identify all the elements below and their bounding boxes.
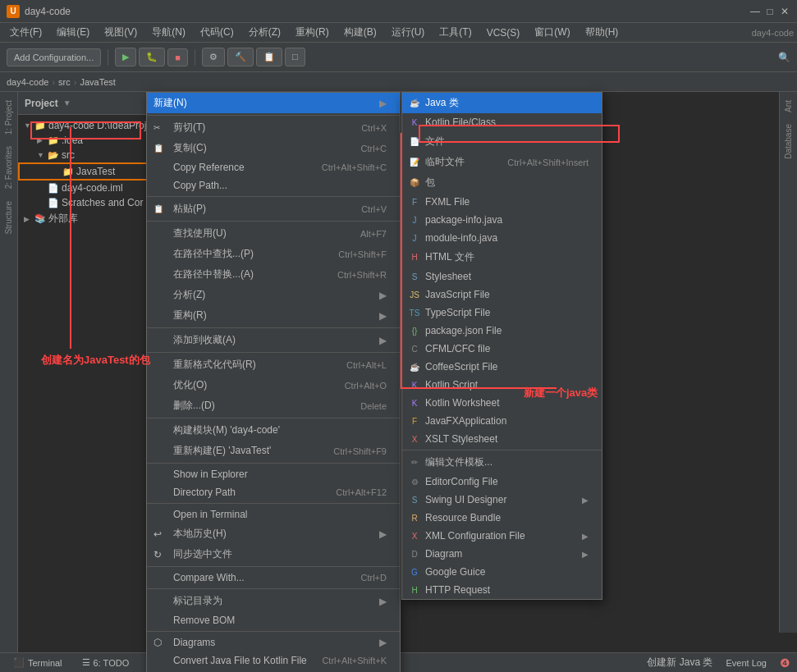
run-button[interactable]: ▶	[115, 48, 136, 66]
ctx-compare[interactable]: Compare With... Ctrl+D	[147, 569, 400, 587]
sub-xml-config[interactable]: X XML Configuration File ▶	[402, 527, 602, 545]
js-icon: JS	[409, 289, 420, 300]
maximize-button[interactable]: □	[764, 6, 776, 17]
menu-vcs[interactable]: VCS(S)	[480, 25, 527, 40]
toolbar-btn-2[interactable]: 🔨	[227, 48, 254, 66]
ctx-reformat[interactable]: 重新格式化代码(R) Ctrl+Alt+L	[147, 354, 400, 375]
ctx-optimize[interactable]: 优化(O) Ctrl+Alt+O	[147, 375, 400, 395]
right-tab-database[interactable]: Database	[782, 119, 795, 164]
menu-run[interactable]: 运行(U)	[385, 24, 432, 41]
close-button[interactable]: ✕	[779, 6, 790, 17]
menu-tools[interactable]: 工具(T)	[433, 24, 478, 41]
menu-refactor[interactable]: 重构(R)	[289, 24, 336, 41]
menu-navigate[interactable]: 导航(N)	[145, 24, 192, 41]
ctx-build-module[interactable]: 构建模块(M) 'day4-code'	[147, 420, 400, 441]
sidebar-tab-project[interactable]: 1: Project	[2, 95, 15, 139]
event-log-tab[interactable]: Event Log	[719, 656, 773, 670]
ctx-delete[interactable]: 删除...(D) Delete	[147, 395, 400, 416]
pkg-info-icon: J	[409, 214, 420, 226]
ctx-new-arrow: ▶	[379, 98, 387, 109]
folder-icon-idea: 📁	[48, 135, 59, 146]
sub-http-request[interactable]: H HTTP Request	[402, 581, 602, 599]
breadcrumb-project[interactable]: day4-code	[7, 77, 48, 87]
ctx-rebuild[interactable]: 重新构建(E) 'JavaTest' Ctrl+Shift+F9	[147, 441, 400, 461]
stop-button[interactable]: ■	[167, 48, 188, 66]
sub-editorconfig[interactable]: ⚙ EditorConfig File	[402, 473, 602, 491]
sub-edit-templates[interactable]: ✏ 编辑文件模板...	[402, 452, 602, 473]
ctx-analyze[interactable]: 分析(Z) ▶	[147, 285, 400, 305]
ctx-cut[interactable]: ✂ 剪切(T) Ctrl+X	[147, 117, 400, 138]
sub-ts[interactable]: TS TypeScript File	[402, 304, 602, 322]
sub-js[interactable]: JS JavaScript File	[402, 286, 602, 304]
ctx-compare-label: Compare With...	[173, 572, 355, 583]
sidebar-tab-structure[interactable]: Structure	[2, 196, 15, 240]
ctx-add-favorite[interactable]: 添加到收藏(A) ▶	[147, 330, 400, 350]
menu-build[interactable]: 构建(B)	[337, 24, 383, 41]
sub-module-info[interactable]: J module-info.java	[402, 229, 602, 247]
menu-help[interactable]: 帮助(H)	[579, 24, 625, 41]
sub-swing-ui[interactable]: S Swing UI Designer ▶	[402, 491, 602, 509]
sub-file[interactable]: 📄 文件	[402, 131, 602, 152]
fxml-icon: F	[409, 196, 420, 208]
menu-edit[interactable]: 编辑(E)	[50, 24, 96, 41]
toolbar-btn-4[interactable]: □	[285, 48, 305, 66]
ctx-dir-path[interactable]: Directory Path Ctrl+Alt+F12	[147, 483, 400, 501]
ctx-show-explorer[interactable]: Show in Explorer	[147, 465, 400, 483]
sub-javafx[interactable]: F JavaFXApplication	[402, 412, 602, 430]
sub-xslt[interactable]: X XSLT Stylesheet	[402, 430, 602, 448]
terminal-tab[interactable]: ⬛ Terminal	[7, 656, 69, 670]
ctx-local-history[interactable]: ↩ 本地历史(H) ▶	[147, 523, 400, 544]
ctx-refactor[interactable]: 重构(R) ▶	[147, 305, 400, 326]
ctx-find-in-path[interactable]: 在路径中查找...(P) Ctrl+Shift+F	[147, 244, 400, 264]
minimize-button[interactable]: —	[749, 6, 761, 17]
toolbar-btn-3[interactable]: 📋	[256, 48, 282, 66]
breadcrumb-javatest[interactable]: JavaTest	[80, 77, 115, 87]
sub-stylesheet[interactable]: S Stylesheet	[402, 267, 602, 286]
ctx-open-terminal[interactable]: Open in Terminal	[147, 505, 400, 523]
ctx-mark-dir[interactable]: 标记目录为 ▶	[147, 591, 400, 611]
ctx-paste[interactable]: 📋 粘贴(P) Ctrl+V	[147, 199, 400, 219]
sub-fxml[interactable]: F FXML File	[402, 193, 602, 211]
todo-tab[interactable]: ☰ 6: TODO	[76, 656, 136, 670]
ctx-remove-bom[interactable]: Remove BOM	[147, 611, 400, 629]
ctx-new[interactable]: 新建(N) ▶	[147, 93, 400, 113]
sub-resource-bundle[interactable]: R Resource Bundle	[402, 509, 602, 527]
ctx-replace-in-path[interactable]: 在路径中替换...(A) Ctrl+Shift+R	[147, 264, 400, 285]
menu-code[interactable]: 代码(C)	[194, 24, 240, 41]
sub-kotlin-file[interactable]: K Kotlin File/Class	[402, 113, 602, 131]
sub-package[interactable]: 📦 包	[402, 172, 602, 193]
panel-dropdown-icon[interactable]: ▼	[63, 98, 71, 107]
menu-window[interactable]: 窗口(W)	[528, 24, 576, 41]
ctx-copy-ref[interactable]: Copy Reference Ctrl+Alt+Shift+C	[147, 158, 400, 176]
debug-button[interactable]: 🐛	[139, 48, 165, 66]
sub-html[interactable]: H HTML 文件	[402, 247, 602, 267]
search-icon-toolbar[interactable]: 🔍	[778, 52, 790, 63]
sub-scratch[interactable]: 📝 临时文件 Ctrl+Alt+Shift+Insert	[402, 152, 602, 172]
menu-analyze[interactable]: 分析(Z)	[242, 24, 287, 41]
sub-scratch-label: 临时文件	[425, 155, 502, 169]
toolbar-btn-1[interactable]: ⚙	[202, 48, 225, 66]
sub-java-class[interactable]: ☕ Java 类	[402, 93, 602, 113]
sub-cfml[interactable]: C CFML/CFC file	[402, 340, 602, 358]
ctx-convert-kotlin[interactable]: Convert Java File to Kotlin File Ctrl+Al…	[147, 651, 400, 670]
ctx-diagrams-arrow: ▶	[379, 637, 387, 648]
ctx-copy-path[interactable]: Copy Path...	[147, 176, 400, 194]
sub-coffeescript[interactable]: ☕ CoffeeScript File	[402, 358, 602, 376]
sub-package-json[interactable]: {} package.json File	[402, 322, 602, 340]
sub-google-guice[interactable]: G Google Guice	[402, 563, 602, 581]
breadcrumb-src[interactable]: src	[58, 77, 71, 87]
sub-kotlin-script[interactable]: K Kotlin Script	[402, 376, 602, 394]
sub-kotlin-worksheet[interactable]: K Kotlin Worksheet	[402, 394, 602, 412]
right-tab-ant[interactable]: Ant	[782, 95, 795, 117]
add-configuration-button[interactable]: Add Configuration...	[7, 48, 101, 66]
sub-package-info[interactable]: J package-info.java	[402, 211, 602, 229]
sub-diagram[interactable]: D Diagram ▶	[402, 545, 602, 563]
ctx-sync[interactable]: ↻ 同步选中文件	[147, 544, 400, 565]
menu-view[interactable]: 视图(V)	[98, 24, 144, 41]
menu-file[interactable]: 文件(F)	[3, 24, 48, 41]
sidebar-tab-favorites[interactable]: 2: Favorites	[2, 141, 15, 194]
ctx-diagrams[interactable]: ⬡ Diagrams ▶	[147, 633, 400, 651]
ctx-fav-arrow: ▶	[379, 335, 387, 346]
ctx-copy[interactable]: 📋 复制(C) Ctrl+C	[147, 138, 400, 158]
ctx-find-usages[interactable]: 查找使用(U) Alt+F7	[147, 223, 400, 244]
